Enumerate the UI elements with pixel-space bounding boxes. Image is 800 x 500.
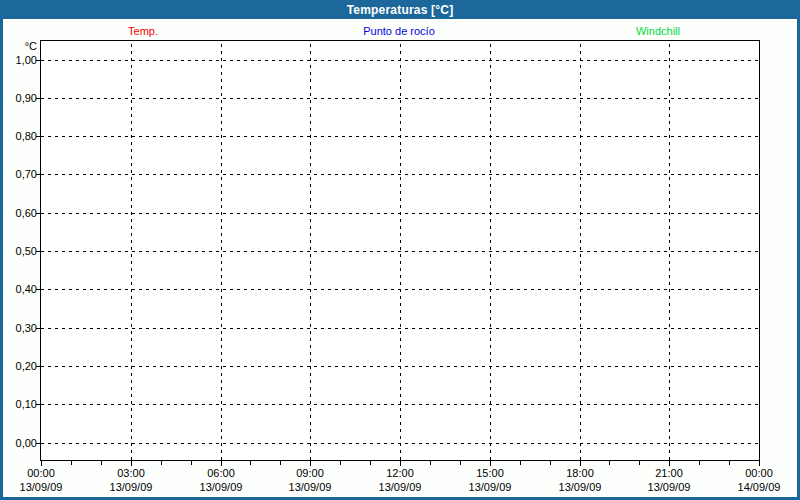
x-axis-minor-tick bbox=[71, 461, 72, 465]
y-tick-label: 0,60 bbox=[3, 206, 37, 220]
x-axis-minor-tick bbox=[340, 461, 341, 465]
chart-area: Temp. Punto de rocío Windchill °C 1,000,… bbox=[3, 19, 797, 497]
x-axis-minor-tick bbox=[370, 461, 371, 465]
y-tick-label: 0,40 bbox=[3, 282, 37, 296]
y-tick-label: 1,00 bbox=[3, 53, 37, 67]
x-gridline bbox=[490, 41, 491, 460]
x-tick-time-label: 00:00 bbox=[6, 467, 76, 480]
x-tick-date-label: 13/09/09 bbox=[275, 481, 345, 494]
x-tick-date-label: 13/09/09 bbox=[365, 481, 435, 494]
x-axis-minor-tick bbox=[460, 461, 461, 465]
x-tick-date-label: 13/09/09 bbox=[186, 481, 256, 494]
x-axis-minor-tick bbox=[161, 461, 162, 465]
x-tick-time-label: 00:00 bbox=[724, 467, 794, 480]
x-axis-major-tick bbox=[759, 461, 760, 466]
y-tick-label: 0,50 bbox=[3, 244, 37, 258]
x-tick-time-label: 06:00 bbox=[186, 467, 256, 480]
x-tick-date-label: 13/09/09 bbox=[455, 481, 525, 494]
x-gridline bbox=[580, 41, 581, 460]
x-axis-minor-tick bbox=[729, 461, 730, 465]
x-axis-major-tick bbox=[400, 461, 401, 466]
x-axis-minor-tick bbox=[430, 461, 431, 465]
x-axis-minor-tick bbox=[699, 461, 700, 465]
x-tick-date-label: 13/09/09 bbox=[545, 481, 615, 494]
x-gridline bbox=[131, 41, 132, 460]
legend-item-windchill: Windchill bbox=[636, 25, 680, 37]
y-tick-label: 0,90 bbox=[3, 91, 37, 105]
y-tick-label: 0,70 bbox=[3, 167, 37, 181]
x-axis-major-tick bbox=[669, 461, 670, 466]
x-axis-minor-tick bbox=[191, 461, 192, 465]
x-axis-minor-tick bbox=[520, 461, 521, 465]
y-tick-label: 0,80 bbox=[3, 129, 37, 143]
x-axis-minor-tick bbox=[639, 461, 640, 465]
x-gridline bbox=[400, 41, 401, 460]
x-axis-minor-tick bbox=[250, 461, 251, 465]
legend-item-temp: Temp. bbox=[128, 25, 158, 37]
x-axis-major-tick bbox=[221, 461, 222, 466]
x-axis-major-tick bbox=[310, 461, 311, 466]
x-axis-minor-tick bbox=[550, 461, 551, 465]
x-tick-date-label: 14/09/09 bbox=[724, 481, 794, 494]
x-gridline bbox=[310, 41, 311, 460]
window-title: Temperaturas [°C] bbox=[347, 3, 454, 17]
x-axis-major-tick bbox=[41, 461, 42, 466]
x-axis-minor-tick bbox=[609, 461, 610, 465]
x-gridline bbox=[669, 41, 670, 460]
x-gridline bbox=[221, 41, 222, 460]
y-axis-unit-label: °C bbox=[3, 39, 37, 53]
plot-area bbox=[40, 40, 760, 461]
x-tick-date-label: 13/09/09 bbox=[96, 481, 166, 494]
y-tick-label: 0,30 bbox=[3, 321, 37, 335]
x-axis-minor-tick bbox=[101, 461, 102, 465]
x-tick-date-label: 13/09/09 bbox=[634, 481, 704, 494]
x-axis-minor-tick bbox=[280, 461, 281, 465]
y-tick-label: 0,00 bbox=[3, 436, 37, 450]
x-tick-time-label: 09:00 bbox=[275, 467, 345, 480]
y-tick-label: 0,10 bbox=[3, 397, 37, 411]
x-tick-time-label: 18:00 bbox=[545, 467, 615, 480]
x-tick-time-label: 12:00 bbox=[365, 467, 435, 480]
x-tick-date-label: 13/09/09 bbox=[6, 481, 76, 494]
x-tick-time-label: 03:00 bbox=[96, 467, 166, 480]
x-axis-major-tick bbox=[490, 461, 491, 466]
x-tick-time-label: 21:00 bbox=[634, 467, 704, 480]
x-axis-major-tick bbox=[131, 461, 132, 466]
x-axis-major-tick bbox=[580, 461, 581, 466]
legend-item-dew-point: Punto de rocío bbox=[363, 25, 435, 37]
x-tick-time-label: 15:00 bbox=[455, 467, 525, 480]
window-titlebar: Temperaturas [°C] bbox=[0, 0, 800, 19]
chart-window: Temperaturas [°C] Temp. Punto de rocío W… bbox=[0, 0, 800, 500]
y-tick-label: 0,20 bbox=[3, 359, 37, 373]
